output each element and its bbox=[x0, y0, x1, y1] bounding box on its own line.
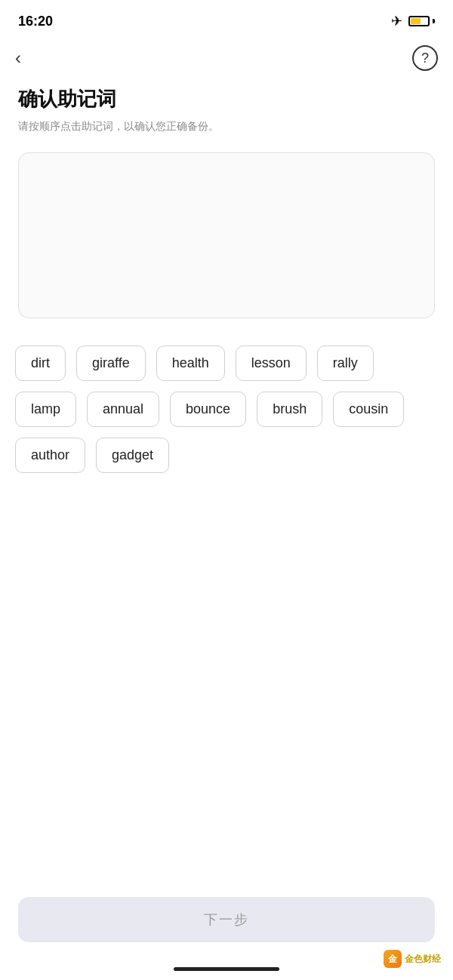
word-grid: dirtgiraffehealthlessonrallylampannualbo… bbox=[0, 333, 453, 485]
home-indicator bbox=[174, 967, 279, 971]
watermark-logo: 金 bbox=[384, 950, 402, 968]
airplane-icon: ✈ bbox=[391, 13, 402, 29]
word-chip-annual[interactable]: annual bbox=[87, 392, 159, 427]
word-chip-brush[interactable]: brush bbox=[257, 392, 322, 427]
word-chip-lesson[interactable]: lesson bbox=[236, 346, 307, 381]
bottom-area: 下一步 bbox=[18, 897, 435, 942]
status-icons: ✈ bbox=[391, 13, 435, 29]
page-subtitle: 请按顺序点击助记词，以确认您正确备份。 bbox=[18, 118, 435, 134]
word-chip-bounce[interactable]: bounce bbox=[170, 392, 246, 427]
back-button[interactable]: ‹ bbox=[15, 49, 21, 67]
watermark-text: 金色财经 bbox=[405, 953, 441, 966]
word-chip-dirt[interactable]: dirt bbox=[15, 346, 66, 381]
status-bar: 16:20 ✈ bbox=[0, 0, 453, 39]
header: 确认助记词 请按顺序点击助记词，以确认您正确备份。 bbox=[0, 77, 453, 137]
status-time: 16:20 bbox=[18, 14, 53, 29]
help-button[interactable]: ? bbox=[412, 45, 438, 71]
word-chip-cousin[interactable]: cousin bbox=[333, 392, 404, 427]
word-chip-author[interactable]: author bbox=[15, 438, 85, 473]
word-chip-giraffe[interactable]: giraffe bbox=[76, 346, 146, 381]
page-title: 确认助记词 bbox=[18, 86, 435, 112]
nav-bar: ‹ ? bbox=[0, 39, 453, 77]
next-button[interactable]: 下一步 bbox=[18, 897, 435, 942]
word-chip-lamp[interactable]: lamp bbox=[15, 392, 76, 427]
phrase-selection-area bbox=[18, 152, 435, 318]
battery-icon bbox=[408, 16, 435, 26]
word-chip-gadget[interactable]: gadget bbox=[96, 438, 169, 473]
word-chip-rally[interactable]: rally bbox=[317, 346, 374, 381]
word-chip-health[interactable]: health bbox=[156, 346, 225, 381]
watermark: 金 金色财经 bbox=[384, 950, 441, 968]
